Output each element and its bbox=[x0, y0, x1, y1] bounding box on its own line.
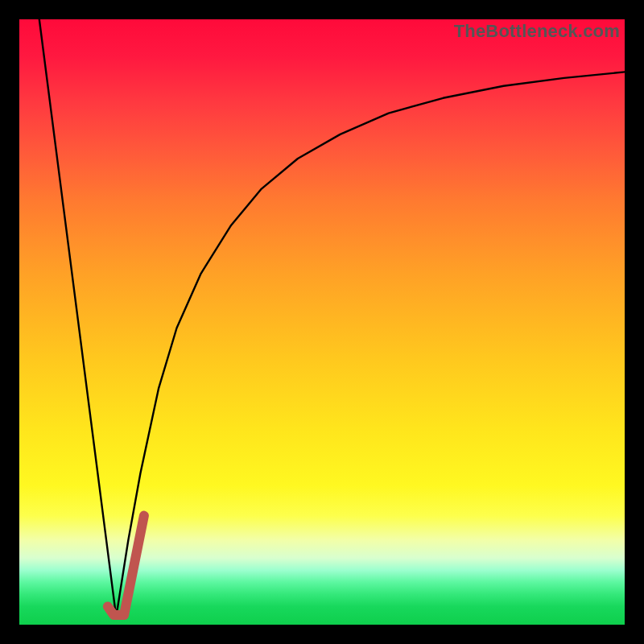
plot-area: TheBottleneck.com bbox=[19, 19, 625, 625]
chart-lines bbox=[19, 19, 625, 625]
bottleneck-curve bbox=[39, 19, 625, 617]
chart-frame: TheBottleneck.com bbox=[0, 0, 644, 644]
